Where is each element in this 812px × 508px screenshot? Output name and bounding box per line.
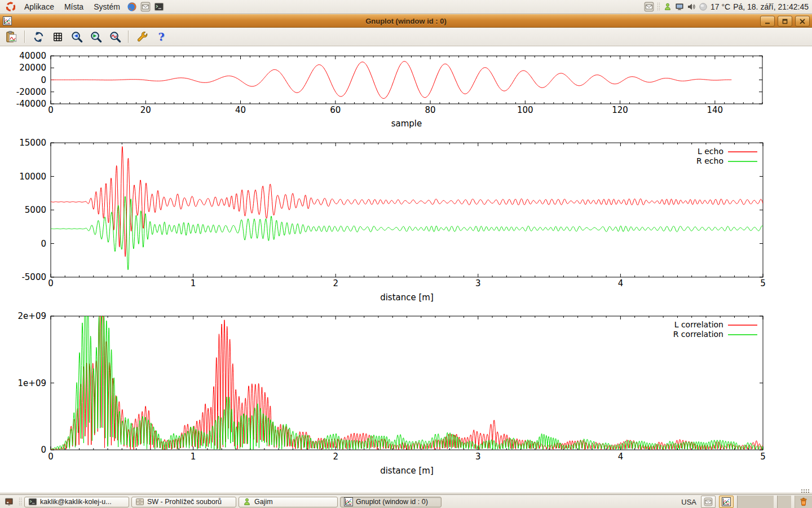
sample-waveform-chart[interactable]: 020406080100120140-40000-200000200004000… bbox=[16, 51, 762, 129]
zoom-all-button[interactable] bbox=[107, 29, 123, 45]
y-tick-label: 5000 bbox=[25, 205, 46, 215]
gnuplot-canvas[interactable]: 020406080100120140-40000-200000200004000… bbox=[0, 47, 812, 493]
legend-label: R correlation bbox=[673, 330, 723, 339]
task-terminal[interactable]: kaklik@kaklik-kolej-u... bbox=[24, 497, 129, 507]
window-resize-grip[interactable] bbox=[801, 489, 810, 493]
series-l-echo bbox=[51, 147, 763, 257]
toggle-grid-button[interactable] bbox=[50, 29, 65, 45]
gajim-person-icon[interactable] bbox=[663, 2, 672, 11]
task-label: Gajim bbox=[254, 498, 273, 506]
keyboard-layout-indicator[interactable]: USA bbox=[681, 498, 696, 506]
toolbar: ? bbox=[0, 28, 812, 46]
menu-system-label: Systém bbox=[94, 2, 120, 11]
copy-to-clipboard-button[interactable] bbox=[3, 29, 19, 45]
trash-applet[interactable] bbox=[795, 496, 812, 508]
notification-area bbox=[737, 496, 774, 508]
terminal-icon bbox=[28, 497, 37, 506]
x-axis-label: distance [m] bbox=[380, 292, 434, 303]
task-file-manager[interactable]: SW - Prohlížeč souborů bbox=[131, 497, 236, 507]
taskbar-grip[interactable] bbox=[19, 497, 22, 506]
charts-svg[interactable]: 020406080100120140-40000-200000200004000… bbox=[0, 47, 812, 493]
menu-system[interactable]: Systém bbox=[89, 0, 125, 14]
x-tick-label: 5 bbox=[760, 278, 766, 288]
minimize-icon bbox=[764, 18, 771, 25]
launcher-terminal[interactable] bbox=[152, 0, 166, 14]
task-gnuplot[interactable]: Gnuplot (window id : 0) bbox=[340, 497, 442, 507]
x-tick-label: 0 bbox=[48, 105, 54, 115]
y-tick-label: -40000 bbox=[16, 99, 46, 109]
y-tick-label: 0 bbox=[41, 239, 46, 249]
x-tick-label: 1 bbox=[191, 278, 196, 288]
grid-icon bbox=[51, 30, 64, 43]
ubuntu-main-menu[interactable] bbox=[2, 0, 19, 14]
axis-ticks bbox=[51, 56, 762, 104]
panel-tray: 17 °C Pá, 18. září, 21:42:45 bbox=[644, 0, 812, 14]
zoom-previous-icon bbox=[70, 30, 83, 43]
launcher-mail[interactable] bbox=[139, 0, 152, 14]
trash-icon bbox=[799, 497, 808, 506]
tray-gnuplot-button[interactable] bbox=[719, 496, 734, 508]
series-r-echo bbox=[51, 196, 763, 270]
maximize-button[interactable] bbox=[778, 16, 792, 27]
tray-mail-button[interactable] bbox=[701, 496, 716, 508]
show-desktop-button[interactable] bbox=[2, 496, 16, 508]
mail-icon bbox=[140, 2, 151, 12]
series-group bbox=[51, 62, 731, 99]
volume-icon[interactable] bbox=[687, 2, 696, 11]
replot-button[interactable] bbox=[30, 29, 46, 45]
y-tick-label: 20000 bbox=[19, 63, 46, 73]
titlebar[interactable]: Gnuplot (window id : 0) bbox=[0, 14, 812, 28]
x-tick-label: 20 bbox=[140, 105, 151, 115]
y-tick-label: 1e+09 bbox=[18, 378, 46, 388]
x-axis-label: distance [m] bbox=[380, 466, 434, 476]
temperature-indicator[interactable]: 17 °C bbox=[710, 2, 730, 11]
plot-border bbox=[51, 143, 763, 277]
x-tick-label: 3 bbox=[475, 452, 481, 462]
x-tick-label: 2 bbox=[333, 278, 338, 288]
help-button[interactable]: ? bbox=[153, 29, 169, 45]
settings-button[interactable] bbox=[134, 29, 150, 45]
echo-chart[interactable]: 012345-5000050001000015000distance [m]L … bbox=[19, 138, 765, 303]
weather-icon[interactable] bbox=[699, 2, 708, 11]
close-button[interactable] bbox=[795, 16, 810, 27]
axis-ticks bbox=[51, 143, 763, 277]
clock[interactable]: Pá, 18. září, 21:42:45 bbox=[733, 2, 809, 11]
taskbar-left: kaklik@kaklik-kolej-u... SW - Prohlížeč … bbox=[0, 495, 442, 508]
file-manager-icon bbox=[135, 497, 144, 506]
y-tick-label: -5000 bbox=[21, 272, 46, 282]
legend-label: L echo bbox=[698, 147, 723, 156]
plot-border bbox=[51, 316, 763, 450]
x-tick-label: 140 bbox=[707, 105, 723, 115]
task-label: kaklik@kaklik-kolej-u... bbox=[40, 498, 112, 506]
series-chirp-signal bbox=[51, 62, 731, 99]
zoom-previous-button[interactable] bbox=[69, 29, 85, 45]
y-tick-label: 0 bbox=[41, 75, 46, 85]
y-tick-label: -20000 bbox=[16, 87, 46, 97]
y-tick-label: 2e+09 bbox=[18, 311, 46, 321]
gajim-person-icon bbox=[242, 497, 251, 506]
maximize-icon bbox=[782, 18, 788, 25]
menu-aplikace-label: Aplikace bbox=[24, 2, 54, 11]
copy-icon bbox=[5, 30, 18, 43]
close-icon bbox=[799, 18, 806, 25]
task-gajim[interactable]: Gajim bbox=[239, 497, 338, 507]
toolbar-separator bbox=[24, 30, 25, 43]
zoom-next-button[interactable] bbox=[88, 29, 104, 45]
wrench-icon bbox=[136, 30, 149, 43]
menu-aplikace[interactable]: Aplikace bbox=[19, 0, 59, 14]
tray-grip[interactable] bbox=[657, 2, 660, 11]
y-tick-label: 40000 bbox=[19, 51, 46, 61]
mail-notifier-icon[interactable] bbox=[644, 2, 654, 12]
minimize-button[interactable] bbox=[760, 16, 775, 27]
launcher-firefox[interactable] bbox=[125, 0, 139, 14]
display-icon[interactable] bbox=[675, 2, 684, 11]
ubuntu-logo-icon bbox=[5, 1, 16, 12]
task-label: SW - Prohlížeč souborů bbox=[147, 498, 222, 506]
help-icon: ? bbox=[158, 30, 164, 43]
menu-mista[interactable]: Místa bbox=[59, 0, 89, 14]
panel-left: Aplikace Místa Systém bbox=[0, 0, 166, 14]
correlation-chart[interactable]: 01234501e+092e+09distance [m]L correlati… bbox=[18, 311, 766, 476]
x-tick-label: 1 bbox=[191, 452, 196, 462]
x-tick-label: 0 bbox=[48, 452, 54, 462]
gnuplot-icon bbox=[344, 497, 353, 506]
